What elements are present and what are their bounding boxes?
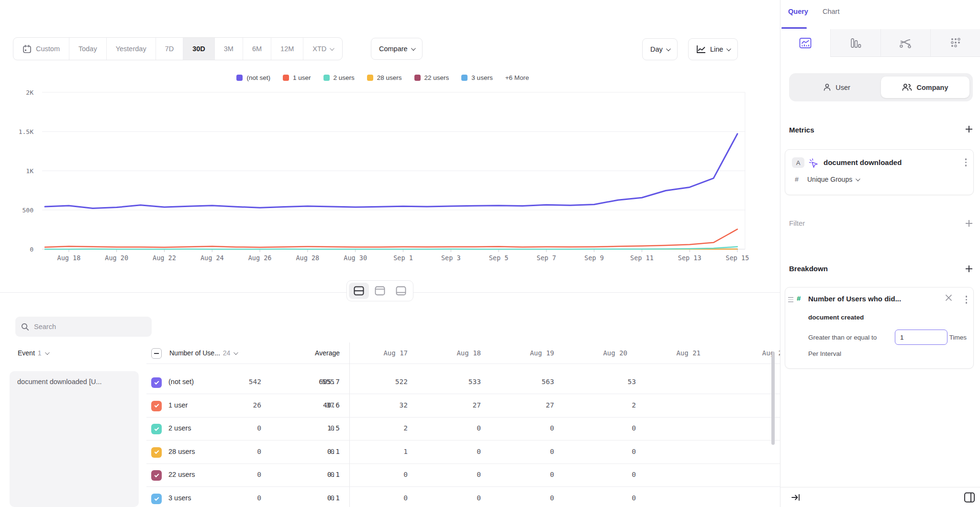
layout-table-only-button[interactable]: [391, 283, 411, 299]
range-today[interactable]: Today: [69, 38, 107, 60]
series-column-header[interactable]: Number of Use... 24: [169, 349, 237, 357]
add-metric-button[interactable]: [966, 126, 972, 132]
tab-query[interactable]: Query: [788, 8, 808, 15]
series-label: 3 users: [168, 494, 191, 502]
search-input[interactable]: [34, 323, 139, 331]
compare-button[interactable]: Compare: [371, 38, 423, 60]
cell-value: 0: [477, 494, 481, 502]
scope-toggle: User Company: [789, 73, 973, 101]
breakdown-menu-button[interactable]: [966, 296, 968, 304]
metric-badge: A: [792, 157, 804, 168]
layout-chart-only-button[interactable]: [370, 283, 390, 299]
check-icon: [154, 403, 159, 408]
series-checkbox[interactable]: [151, 377, 162, 388]
event-spark-icon: [808, 158, 819, 168]
metric-card[interactable]: A document downloaded # Unique Groups: [785, 149, 974, 195]
cell-value: 0: [632, 494, 636, 502]
chevron-down-icon: [726, 46, 731, 51]
cell-value: 37: [326, 401, 334, 409]
x-axis-label: Sep 15: [726, 254, 749, 262]
table-row: 22 users0.1000000: [146, 464, 780, 487]
scope-company-label: Company: [916, 84, 948, 91]
cell-value: 0: [403, 494, 408, 502]
scope-company-option[interactable]: Company: [881, 77, 969, 98]
chart-type-line-tab[interactable]: [780, 29, 830, 57]
layout-split-button[interactable]: [349, 283, 369, 299]
range-6m[interactable]: 6M: [243, 38, 271, 60]
x-axis-label: Sep 11: [630, 254, 654, 262]
event-list-item[interactable]: document downloaded [U...: [10, 371, 139, 507]
range-label: Custom: [36, 45, 60, 53]
series-checkbox[interactable]: [151, 424, 162, 434]
range-label: Yesterday: [116, 45, 146, 53]
drag-handle-icon[interactable]: [788, 297, 793, 302]
breakdown-card[interactable]: # Number of Users who did... document cr…: [785, 287, 974, 369]
times-value-input[interactable]: [895, 330, 947, 345]
cell-value: 0: [477, 471, 481, 478]
cell-value: 2: [403, 424, 408, 432]
chevron-down-icon: [411, 46, 416, 51]
tab-chart[interactable]: Chart: [823, 8, 839, 15]
side-panel-icon[interactable]: [963, 491, 976, 504]
date-column-header: Aug 18: [457, 349, 481, 357]
series-checkbox[interactable]: [151, 447, 162, 458]
chart-type-dropdown[interactable]: Line: [688, 38, 738, 60]
add-breakdown-button[interactable]: [966, 265, 972, 272]
scatter-grid-icon: [950, 37, 961, 49]
search-icon: [21, 323, 29, 331]
cell-value: 53: [628, 378, 636, 386]
x-axis-label: Sep 1: [393, 254, 413, 262]
add-filter-button[interactable]: [966, 220, 972, 227]
date-column-header: Aug 17: [383, 349, 408, 357]
line-chart-icon: [799, 37, 812, 49]
y-axis-label: 1.5K: [19, 128, 33, 135]
range-3m[interactable]: 3M: [215, 38, 243, 60]
check-icon: [154, 496, 159, 501]
event-column-header[interactable]: Event 1: [18, 349, 48, 357]
chart-type-scatter-tab[interactable]: [930, 29, 980, 57]
x-axis-label: Sep 13: [678, 254, 702, 262]
cell-value: 0: [257, 424, 261, 432]
chart-type-bar-tab[interactable]: [830, 29, 880, 57]
cell-value: 1: [403, 448, 408, 455]
collapse-panel-icon[interactable]: [791, 493, 801, 502]
metric-menu-button[interactable]: [965, 158, 967, 166]
date-column-header: Aug 20: [603, 349, 627, 357]
measure-dropdown[interactable]: Unique Groups: [807, 176, 859, 183]
line-chart[interactable]: 05001K1.5K2KAug 18Aug 20Aug 22Aug 24Aug …: [0, 67, 780, 268]
x-axis-label: Aug 28: [296, 254, 319, 262]
header-separator: [146, 364, 780, 364]
range-label: XTD: [312, 45, 326, 53]
x-axis-label: Aug 30: [344, 254, 367, 262]
company-icon: [902, 83, 912, 91]
close-icon[interactable]: [945, 294, 952, 301]
scope-user-option[interactable]: User: [792, 77, 881, 98]
range-yesterday[interactable]: Yesterday: [107, 38, 156, 60]
select-all-checkbox[interactable]: [151, 348, 162, 359]
table-row: 2 users1.5002000: [146, 418, 780, 441]
user-icon: [823, 83, 831, 91]
cell-value: 0: [550, 448, 554, 455]
x-axis-label: Sep 9: [584, 254, 604, 262]
series-label: 1 user: [168, 401, 188, 409]
cell-value: 0: [257, 471, 261, 478]
series-checkbox[interactable]: [151, 470, 162, 481]
range-7d[interactable]: 7D: [156, 38, 184, 60]
table-scrollbar[interactable]: [771, 352, 775, 445]
cell-value: 0: [550, 494, 554, 502]
range-xtd[interactable]: XTD: [303, 38, 342, 60]
x-axis-label: Sep 7: [537, 254, 557, 262]
range-12m[interactable]: 12M: [271, 38, 303, 60]
y-axis-label: 2K: [26, 89, 33, 96]
range-30d[interactable]: 30D: [183, 38, 215, 60]
range-custom[interactable]: Custom: [13, 38, 69, 60]
interval-dropdown[interactable]: Day: [642, 38, 678, 60]
series-checkbox[interactable]: [151, 401, 162, 411]
series-line-1-user[interactable]: [45, 229, 737, 247]
range-label: 12M: [280, 45, 294, 53]
chevron-down-icon: [666, 46, 671, 51]
measure-hash-icon: #: [795, 176, 799, 183]
chart-type-flow-tab[interactable]: [880, 29, 931, 57]
series-checkbox[interactable]: [151, 494, 162, 504]
series-line--not-set-[interactable]: [45, 134, 737, 209]
